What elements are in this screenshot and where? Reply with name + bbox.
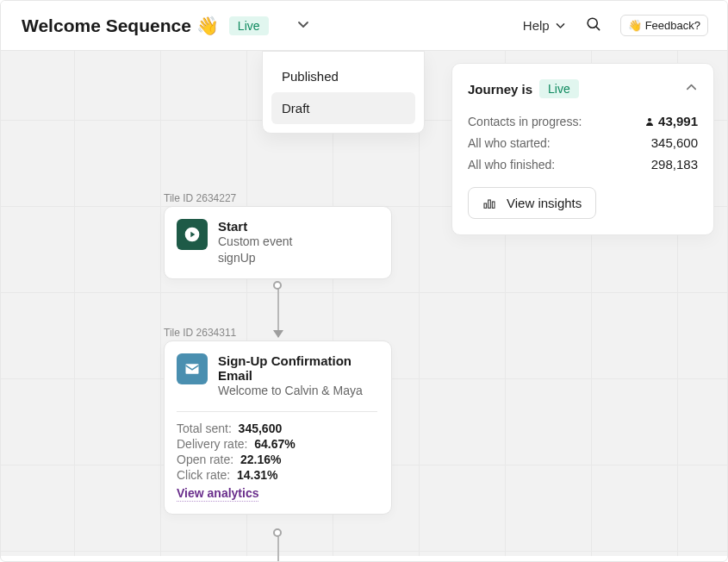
journey-label: Journey is <box>468 82 532 97</box>
app-header: Welcome Sequence 👋 Live Help 👋 Feedback? <box>1 1 727 51</box>
person-icon <box>644 116 655 127</box>
tile-id-label: Tile ID 2634227 <box>164 192 236 204</box>
click-label: Click rate: <box>177 468 230 482</box>
wave-emoji: 👋 <box>196 16 219 36</box>
connector-line <box>277 529 279 562</box>
mail-icon <box>177 353 208 384</box>
contacts-label: Contacts in progress: <box>468 115 582 128</box>
tile-start-event: signUp <box>218 250 292 266</box>
feedback-button[interactable]: 👋 Feedback? <box>620 15 708 36</box>
connector-dot <box>273 528 282 537</box>
help-label: Help <box>523 18 550 33</box>
connector-dot <box>273 281 282 290</box>
total-sent-label: Total sent: <box>177 422 232 435</box>
delivery-label: Delivery rate: <box>177 437 247 451</box>
tile-start[interactable]: Start Custom event signUp <box>164 206 392 279</box>
view-insights-button[interactable]: View insights <box>468 187 596 219</box>
play-icon <box>177 219 208 250</box>
open-value: 22.16% <box>240 453 281 466</box>
journey-panel: Journey is Live Contacts in progress: 43… <box>451 63 714 235</box>
svg-rect-4 <box>492 202 495 208</box>
tile-email[interactable]: Sign-Up Confirmation Email Welcome to Ca… <box>164 340 392 515</box>
dropdown-item-draft[interactable]: Draft <box>271 92 415 124</box>
svg-rect-2 <box>484 203 487 208</box>
view-analytics-link[interactable]: View analytics <box>177 486 258 502</box>
journey-stats: Contacts in progress: 43,991 All who sta… <box>468 110 698 175</box>
feedback-label: Feedback? <box>645 19 700 32</box>
journey-header: Journey is Live <box>468 79 698 98</box>
header-right: Help 👋 Feedback? <box>523 15 708 36</box>
version-dropdown: Published Draft <box>262 51 425 134</box>
tile-start-title: Start <box>218 219 292 234</box>
svg-point-1 <box>648 118 651 122</box>
finished-label: All who finished: <box>468 158 555 172</box>
connector-line <box>277 282 279 337</box>
title-text: Welcome Sequence <box>22 16 191 36</box>
started-label: All who started: <box>468 136 551 150</box>
arrowhead-icon <box>273 330 283 338</box>
started-value: 345,600 <box>651 135 698 150</box>
chevron-down-icon[interactable] <box>296 17 310 34</box>
chevron-up-icon[interactable] <box>685 81 698 97</box>
dropdown-item-published[interactable]: Published <box>271 60 415 92</box>
status-badge: Live <box>229 16 269 35</box>
delivery-value: 64.67% <box>254 437 295 451</box>
total-sent-value: 345,600 <box>239 422 283 435</box>
tile-id-label: Tile ID 2634311 <box>164 327 236 339</box>
tile-email-subtitle: Welcome to Calvin & Maya <box>218 383 377 399</box>
svg-point-0 <box>588 18 597 28</box>
bar-chart-icon <box>482 197 496 210</box>
svg-rect-3 <box>488 200 491 208</box>
chevron-down-icon <box>555 20 566 31</box>
wave-emoji: 👋 <box>628 19 642 32</box>
header-left: Welcome Sequence 👋 Live <box>22 16 310 36</box>
tile-stats: Total sent: 345,600 Delivery rate: 64.67… <box>177 421 377 502</box>
insights-label: View insights <box>507 196 582 210</box>
open-label: Open rate: <box>177 453 233 466</box>
help-menu[interactable]: Help <box>523 18 566 33</box>
journey-status-badge: Live <box>539 79 579 98</box>
page-title: Welcome Sequence 👋 <box>22 16 219 36</box>
contacts-value: 43,991 <box>658 114 698 128</box>
journey-canvas[interactable]: Published Draft Journey is Live Contacts… <box>1 51 727 556</box>
divider <box>177 411 377 412</box>
finished-value: 298,183 <box>651 157 698 172</box>
search-icon[interactable] <box>585 16 601 35</box>
tile-email-title: Sign-Up Confirmation Email <box>218 353 377 383</box>
click-value: 14.31% <box>237 468 277 482</box>
tile-start-subtitle: Custom event <box>218 234 292 250</box>
